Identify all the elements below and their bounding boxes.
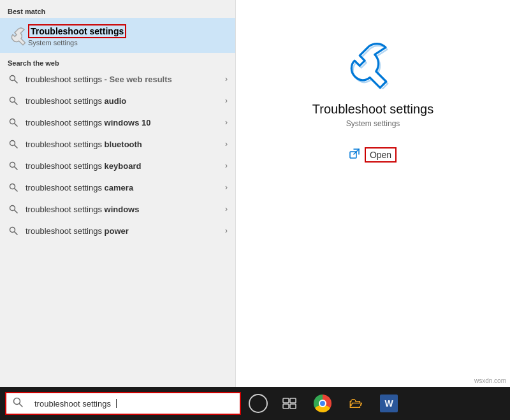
chevron-icon: › xyxy=(225,96,228,105)
chrome-icon xyxy=(314,395,332,412)
chevron-icon: › xyxy=(225,183,228,192)
chevron-icon: › xyxy=(225,161,228,170)
svg-line-18 xyxy=(19,403,22,407)
svg-line-13 xyxy=(15,210,17,213)
cursor xyxy=(116,399,117,408)
svg-line-3 xyxy=(15,102,17,105)
chevron-icon: › xyxy=(225,75,228,83)
right-panel: Troubleshoot settings System settings Op… xyxy=(236,0,510,387)
left-panel: Best match Troubleshoot settings System … xyxy=(0,0,236,387)
list-item[interactable]: troubleshoot settings audio › xyxy=(0,90,235,112)
search-item-text: troubleshoot settings power xyxy=(26,226,225,236)
best-match-section: Best match Troubleshoot settings System … xyxy=(0,0,235,55)
file-explorer-button[interactable]: 🗁 xyxy=(344,392,367,415)
taskbar-search-area[interactable]: troubleshoot settings xyxy=(5,392,241,415)
search-web-label: Search the web xyxy=(0,55,235,68)
search-icon xyxy=(8,182,19,193)
chrome-button[interactable] xyxy=(311,392,334,415)
list-item[interactable]: troubleshoot settings windows › xyxy=(0,198,235,220)
open-external-icon xyxy=(349,148,360,161)
word-icon: W xyxy=(380,395,398,412)
search-item-text: troubleshoot settings - See web results xyxy=(26,75,225,84)
search-list: troubleshoot settings - See web results … xyxy=(0,68,235,387)
list-item[interactable]: troubleshoot settings - See web results … xyxy=(0,68,235,90)
open-btn-wrap: Open xyxy=(349,147,397,163)
list-item[interactable]: troubleshoot settings keyboard › xyxy=(0,155,235,177)
search-item-text: troubleshoot settings windows xyxy=(26,205,225,214)
word-button[interactable]: W xyxy=(377,392,400,415)
list-item[interactable]: troubleshoot settings windows 10 › xyxy=(0,112,235,133)
svg-rect-22 xyxy=(290,404,296,409)
search-icon xyxy=(8,138,19,150)
search-item-text: troubleshoot settings audio xyxy=(26,96,225,106)
list-item[interactable]: troubleshoot settings power › xyxy=(0,220,235,242)
task-view-button[interactable] xyxy=(278,392,301,415)
right-title: Troubleshoot settings xyxy=(312,102,433,117)
right-subtitle: System settings xyxy=(346,119,400,128)
cortana-button[interactable] xyxy=(249,394,268,413)
folder-icon: 🗁 xyxy=(349,395,363,412)
list-item[interactable]: troubleshoot settings camera › xyxy=(0,177,235,198)
chevron-icon: › xyxy=(225,226,228,235)
chevron-icon: › xyxy=(225,205,228,214)
search-item-text: troubleshoot settings bluetooth xyxy=(26,140,225,149)
wrench-icon xyxy=(8,25,28,46)
see-web-text: - See web results xyxy=(105,75,172,84)
svg-rect-19 xyxy=(283,398,289,403)
search-icon xyxy=(8,225,19,236)
list-item[interactable]: troubleshoot settings bluetooth › xyxy=(0,133,235,155)
best-match-text: Troubleshoot settings System settings xyxy=(28,24,126,47)
svg-line-7 xyxy=(15,145,17,148)
best-match-label: Best match xyxy=(0,5,235,18)
search-item-text: troubleshoot settings windows 10 xyxy=(26,118,225,127)
search-icon xyxy=(8,95,19,106)
svg-line-5 xyxy=(15,124,17,126)
wrench-large-icon xyxy=(347,38,398,89)
best-match-subtitle: System settings xyxy=(28,39,126,47)
taskbar-search-icon xyxy=(13,397,23,410)
taskbar-search-text: troubleshoot settings xyxy=(34,399,111,409)
taskbar: troubleshoot settings 🗁 W xyxy=(0,387,510,420)
svg-line-9 xyxy=(15,167,17,170)
search-icon xyxy=(8,160,19,171)
svg-rect-20 xyxy=(290,398,296,403)
search-icon xyxy=(8,117,19,128)
chevron-icon: › xyxy=(225,118,228,127)
svg-line-11 xyxy=(15,189,17,191)
search-icon xyxy=(8,203,19,215)
search-item-text: troubleshoot settings camera xyxy=(26,183,225,192)
search-icon xyxy=(8,73,19,85)
svg-line-15 xyxy=(15,232,17,235)
taskbar-icons: 🗁 W xyxy=(249,392,400,415)
best-match-title: Troubleshoot settings xyxy=(28,24,126,38)
chrome-inner xyxy=(319,400,326,407)
best-match-item[interactable]: Troubleshoot settings System settings xyxy=(0,18,235,53)
svg-line-1 xyxy=(15,80,17,83)
app-icon-wrap xyxy=(347,38,398,92)
open-button[interactable]: Open xyxy=(365,147,397,163)
search-item-text: troubleshoot settings keyboard xyxy=(26,161,225,171)
watermark: wsxdn.com xyxy=(474,377,506,384)
svg-rect-21 xyxy=(283,404,289,409)
chevron-icon: › xyxy=(225,140,228,148)
